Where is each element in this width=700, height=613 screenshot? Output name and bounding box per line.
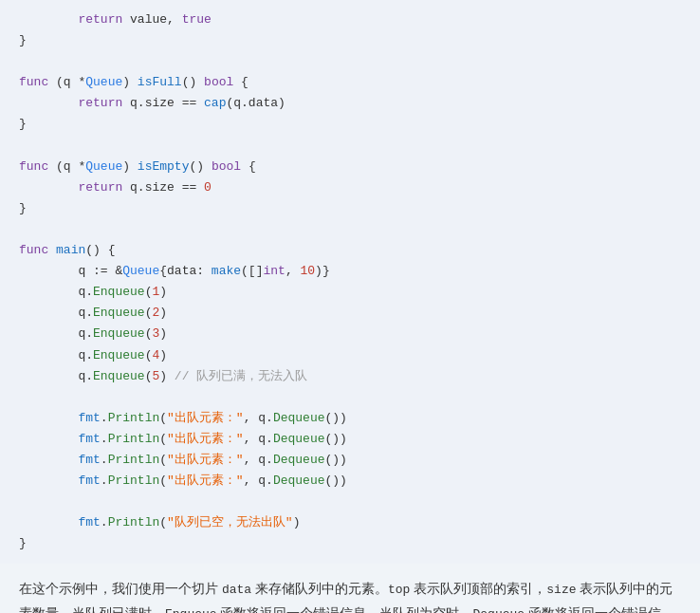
code-container: return value, true } func (q *Queue) isF… <box>0 0 700 564</box>
code-dequeue: Dequeue <box>473 607 525 613</box>
code-line: func main() { <box>19 240 681 261</box>
code-line: return q.size == 0 <box>19 177 681 198</box>
code-line: return value, true <box>19 9 681 30</box>
code-line: } <box>19 533 681 554</box>
code-line: } <box>19 114 681 135</box>
code-size: size <box>546 583 576 597</box>
description-block: 在这个示例中，我们使用一个切片 data 来存储队列中的元素。top 表示队列顶… <box>0 564 700 613</box>
code-line <box>19 219 681 240</box>
code-line: q.Enqueue(5) // 队列已满，无法入队 <box>19 366 681 387</box>
code-line: q.Enqueue(2) <box>19 303 681 324</box>
code-line: q.Enqueue(4) <box>19 345 681 366</box>
description-text: 在这个示例中，我们使用一个切片 data 来存储队列中的元素。top 表示队列顶… <box>19 577 681 613</box>
code-enqueue: Enqueue <box>165 607 217 613</box>
code-line: q := &Queue{data: make([]int, 10)} <box>19 261 681 282</box>
code-line: q.Enqueue(1) <box>19 282 681 303</box>
code-line: fmt.Println("出队元素：", q.Dequeue()) <box>19 471 681 492</box>
code-line <box>19 492 681 512</box>
code-line: func (q *Queue) isEmpty() bool { <box>19 157 681 177</box>
code-line: } <box>19 30 681 51</box>
code-line: fmt.Println("出队元素：", q.Dequeue()) <box>19 450 681 471</box>
code-line <box>19 387 681 408</box>
code-line: q.Enqueue(3) <box>19 324 681 344</box>
code-line <box>19 136 681 157</box>
code-line: } <box>19 198 681 219</box>
code-data: data <box>222 583 251 597</box>
code-line: fmt.Println("出队元素：", q.Dequeue()) <box>19 429 681 450</box>
code-line: func (q *Queue) isFull() bool { <box>19 72 681 93</box>
code-line: return q.size == cap(q.data) <box>19 93 681 114</box>
code-line: fmt.Println("出队元素：", q.Dequeue()) <box>19 408 681 429</box>
code-top: top <box>388 583 410 597</box>
code-line <box>19 51 681 72</box>
code-line: fmt.Println("队列已空，无法出队") <box>19 512 681 533</box>
